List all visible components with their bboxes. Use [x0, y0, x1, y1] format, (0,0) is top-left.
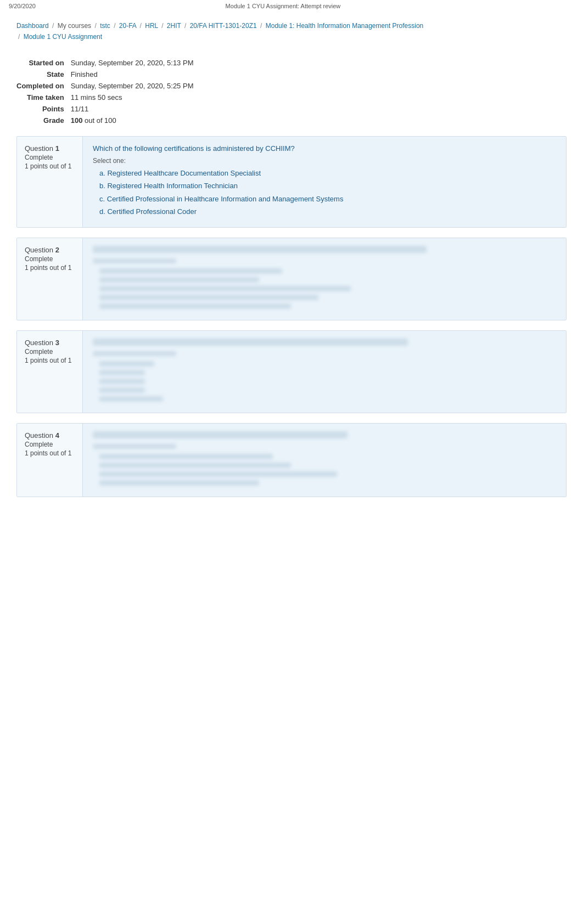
- question-sidebar-2: Question 2 Complete 1 points out of 1: [17, 238, 83, 320]
- question-content-4: [83, 424, 566, 497]
- breadcrumb-dashboard[interactable]: Dashboard: [16, 22, 49, 30]
- question-status-2: Complete: [25, 255, 77, 263]
- completed-on-value: Sunday, September 20, 2020, 5:25 PM: [71, 80, 198, 92]
- time-taken-value: 11 mins 50 secs: [71, 92, 198, 103]
- question-block-2: Question 2 Complete 1 points out of 1: [16, 238, 567, 320]
- question-content-2: [83, 238, 566, 320]
- option-1c: c. Certified Professional in Healthcare …: [99, 194, 556, 205]
- option-list-1: a. Registered Healthcare Documentation S…: [99, 168, 556, 217]
- state-value: Finished: [71, 69, 198, 80]
- breadcrumb: Dashboard / My courses / tstc / 20-FA / …: [0, 10, 583, 46]
- breadcrumb-tstc[interactable]: tstc: [100, 22, 110, 30]
- breadcrumb-20fa[interactable]: 20-FA: [119, 22, 136, 30]
- question-content-3: [83, 331, 566, 413]
- question-number-4: Question 4: [25, 431, 77, 440]
- blurred-options-3: [99, 361, 556, 402]
- grade-label: Grade: [16, 115, 71, 126]
- breadcrumb-mycourses: My courses: [58, 22, 91, 30]
- breadcrumb-assignment[interactable]: Module 1 CYU Assignment: [24, 33, 102, 41]
- points-value: 11/11: [71, 103, 198, 115]
- blurred-options-4: [99, 454, 556, 486]
- time-taken-label: Time taken: [16, 92, 71, 103]
- question-sidebar-1: Question 1 Complete 1 points out of 1: [17, 137, 83, 227]
- grade-suffix: out of 100: [82, 116, 116, 125]
- question-sidebar-4: Question 4 Complete 1 points out of 1: [17, 424, 83, 497]
- option-1b: b. Registered Health Information Technic…: [99, 181, 556, 191]
- question-block-1: Question 1 Complete 1 points out of 1 Wh…: [16, 136, 567, 228]
- question-number-2: Question 2: [25, 246, 77, 254]
- question-points-3: 1 points out of 1: [25, 357, 77, 364]
- question-points-1: 1 points out of 1: [25, 162, 77, 170]
- breadcrumb-module[interactable]: Module 1: Health Information Management …: [266, 22, 424, 30]
- state-label: State: [16, 69, 71, 80]
- breadcrumb-course[interactable]: 20/FA HITT-1301-20Z1: [190, 22, 257, 30]
- question-status-1: Complete: [25, 154, 77, 161]
- grade-bold: 100: [71, 116, 83, 125]
- started-on-value: Sunday, September 20, 2020, 5:13 PM: [71, 57, 198, 69]
- question-content-1: Which of the following certifications is…: [83, 137, 566, 227]
- question-sidebar-3: Question 3 Complete 1 points out of 1: [17, 331, 83, 413]
- date-display: 9/20/2020: [9, 3, 36, 9]
- breadcrumb-hrl[interactable]: HRL: [145, 22, 158, 30]
- points-label: Points: [16, 103, 71, 115]
- blurred-options-2: [99, 268, 556, 309]
- option-1a: a. Registered Healthcare Documentation S…: [99, 168, 556, 179]
- option-1d: d. Certified Professional Coder: [99, 206, 556, 217]
- question-status-4: Complete: [25, 441, 77, 448]
- question-points-4: 1 points out of 1: [25, 449, 77, 457]
- breadcrumb-2hit[interactable]: 2HIT: [167, 22, 181, 30]
- page-title-bar: Module 1 CYU Assignment: Attempt review: [226, 3, 341, 9]
- select-one-label-1: Select one:: [93, 157, 556, 165]
- questions-area: Question 1 Complete 1 points out of 1 Wh…: [16, 136, 567, 497]
- question-blurred-4: [93, 431, 556, 486]
- question-block-3: Question 3 Complete 1 points out of 1: [16, 330, 567, 413]
- question-points-2: 1 points out of 1: [25, 264, 77, 272]
- question-status-3: Complete: [25, 348, 77, 356]
- question-text-1: Which of the following certifications is…: [93, 144, 556, 153]
- summary-table: Started on Sunday, September 20, 2020, 5…: [16, 57, 198, 126]
- question-blurred-3: [93, 339, 556, 402]
- question-blurred-2: [93, 246, 556, 309]
- completed-on-label: Completed on: [16, 80, 71, 92]
- question-number-1: Question 1: [25, 144, 77, 153]
- question-block-4: Question 4 Complete 1 points out of 1: [16, 423, 567, 497]
- started-on-label: Started on: [16, 57, 71, 69]
- grade-value: 100 out of 100: [71, 115, 198, 126]
- question-number-3: Question 3: [25, 339, 77, 347]
